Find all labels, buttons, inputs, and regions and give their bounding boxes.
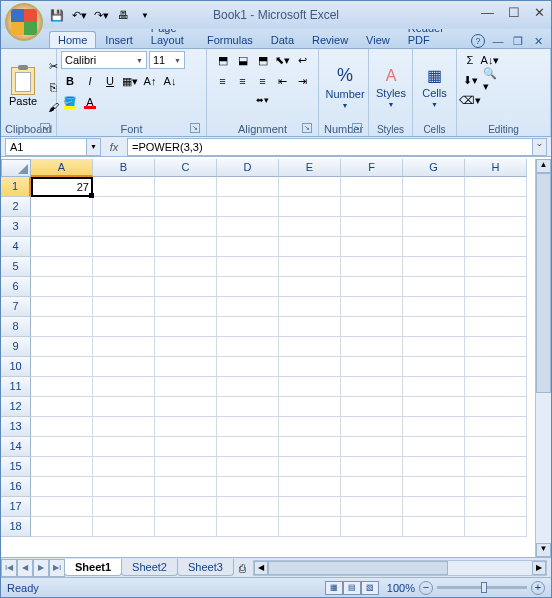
cell-A5[interactable] xyxy=(31,257,93,277)
cell-A14[interactable] xyxy=(31,437,93,457)
cell-B14[interactable] xyxy=(93,437,155,457)
cell-F13[interactable] xyxy=(341,417,403,437)
number-dialog-launcher[interactable]: ↘ xyxy=(352,123,362,133)
clipboard-dialog-launcher[interactable]: ↘ xyxy=(40,123,50,133)
cell-H12[interactable] xyxy=(465,397,527,417)
cell-E4[interactable] xyxy=(279,237,341,257)
align-middle-button[interactable]: ⬓ xyxy=(234,51,252,69)
cell-H5[interactable] xyxy=(465,257,527,277)
column-header-H[interactable]: H xyxy=(465,159,527,177)
cell-D3[interactable] xyxy=(217,217,279,237)
cell-B17[interactable] xyxy=(93,497,155,517)
cell-H15[interactable] xyxy=(465,457,527,477)
row-header-17[interactable]: 17 xyxy=(1,497,31,517)
cell-A8[interactable] xyxy=(31,317,93,337)
cell-A4[interactable] xyxy=(31,237,93,257)
cell-F5[interactable] xyxy=(341,257,403,277)
cell-E8[interactable] xyxy=(279,317,341,337)
row-header-15[interactable]: 15 xyxy=(1,457,31,477)
cell-G1[interactable] xyxy=(403,177,465,197)
cell-D18[interactable] xyxy=(217,517,279,537)
cell-B12[interactable] xyxy=(93,397,155,417)
zoom-out-button[interactable]: − xyxy=(419,581,433,595)
help-icon[interactable]: ? xyxy=(471,34,485,48)
cell-G18[interactable] xyxy=(403,517,465,537)
name-box-dropdown[interactable]: ▼ xyxy=(86,139,100,155)
mdi-close-icon[interactable]: ✕ xyxy=(531,34,545,48)
cell-C7[interactable] xyxy=(155,297,217,317)
column-header-D[interactable]: D xyxy=(217,159,279,177)
cell-G14[interactable] xyxy=(403,437,465,457)
font-name-combo[interactable]: Calibri▼ xyxy=(61,51,147,69)
cell-G7[interactable] xyxy=(403,297,465,317)
cell-D6[interactable] xyxy=(217,277,279,297)
align-right-button[interactable]: ≡ xyxy=(254,72,272,90)
cell-B5[interactable] xyxy=(93,257,155,277)
cell-F14[interactable] xyxy=(341,437,403,457)
column-header-C[interactable]: C xyxy=(155,159,217,177)
cell-C10[interactable] xyxy=(155,357,217,377)
row-header-10[interactable]: 10 xyxy=(1,357,31,377)
cell-D8[interactable] xyxy=(217,317,279,337)
fill-button[interactable]: ⬇▾ xyxy=(461,71,479,89)
cell-E10[interactable] xyxy=(279,357,341,377)
scroll-up-button[interactable]: ▲ xyxy=(536,159,551,173)
cell-E9[interactable] xyxy=(279,337,341,357)
ribbon-tab-review[interactable]: Review xyxy=(303,31,357,48)
cell-C4[interactable] xyxy=(155,237,217,257)
cell-D13[interactable] xyxy=(217,417,279,437)
cell-F18[interactable] xyxy=(341,517,403,537)
cell-D9[interactable] xyxy=(217,337,279,357)
cell-C12[interactable] xyxy=(155,397,217,417)
cell-D10[interactable] xyxy=(217,357,279,377)
cell-G3[interactable] xyxy=(403,217,465,237)
column-header-B[interactable]: B xyxy=(93,159,155,177)
row-header-2[interactable]: 2 xyxy=(1,197,31,217)
cell-A7[interactable] xyxy=(31,297,93,317)
cell-D15[interactable] xyxy=(217,457,279,477)
row-header-12[interactable]: 12 xyxy=(1,397,31,417)
font-size-combo[interactable]: 11▼ xyxy=(149,51,185,69)
cell-B4[interactable] xyxy=(93,237,155,257)
ribbon-tab-data[interactable]: Data xyxy=(262,31,303,48)
cell-B10[interactable] xyxy=(93,357,155,377)
cell-B13[interactable] xyxy=(93,417,155,437)
cell-G10[interactable] xyxy=(403,357,465,377)
cell-A12[interactable] xyxy=(31,397,93,417)
cell-C17[interactable] xyxy=(155,497,217,517)
cell-F11[interactable] xyxy=(341,377,403,397)
cell-D12[interactable] xyxy=(217,397,279,417)
zoom-level[interactable]: 100% xyxy=(387,582,415,594)
column-header-F[interactable]: F xyxy=(341,159,403,177)
minimize-button[interactable]: — xyxy=(481,5,494,20)
shrink-font-button[interactable]: A↓ xyxy=(161,72,179,90)
styles-button[interactable]: A Styles▼ xyxy=(373,57,409,117)
align-center-button[interactable]: ≡ xyxy=(234,72,252,90)
cell-E14[interactable] xyxy=(279,437,341,457)
cell-F9[interactable] xyxy=(341,337,403,357)
zoom-in-button[interactable]: + xyxy=(531,581,545,595)
decrease-indent-button[interactable]: ⇤ xyxy=(274,72,292,90)
cell-H10[interactable] xyxy=(465,357,527,377)
cell-F6[interactable] xyxy=(341,277,403,297)
cell-F7[interactable] xyxy=(341,297,403,317)
ribbon-tab-insert[interactable]: Insert xyxy=(96,31,142,48)
cell-C11[interactable] xyxy=(155,377,217,397)
horizontal-scrollbar[interactable]: ◀ ▶ xyxy=(253,560,547,576)
cell-C3[interactable] xyxy=(155,217,217,237)
cell-D5[interactable] xyxy=(217,257,279,277)
cell-B8[interactable] xyxy=(93,317,155,337)
cell-B15[interactable] xyxy=(93,457,155,477)
cell-A16[interactable] xyxy=(31,477,93,497)
save-icon[interactable]: 💾 xyxy=(49,7,65,23)
cell-C15[interactable] xyxy=(155,457,217,477)
cell-H9[interactable] xyxy=(465,337,527,357)
scroll-down-button[interactable]: ▼ xyxy=(536,543,551,557)
row-header-16[interactable]: 16 xyxy=(1,477,31,497)
row-header-1[interactable]: 1 xyxy=(1,177,31,197)
cell-B16[interactable] xyxy=(93,477,155,497)
vscroll-thumb[interactable] xyxy=(536,173,551,393)
cell-B7[interactable] xyxy=(93,297,155,317)
cell-E13[interactable] xyxy=(279,417,341,437)
paste-button[interactable]: Paste xyxy=(5,59,41,115)
